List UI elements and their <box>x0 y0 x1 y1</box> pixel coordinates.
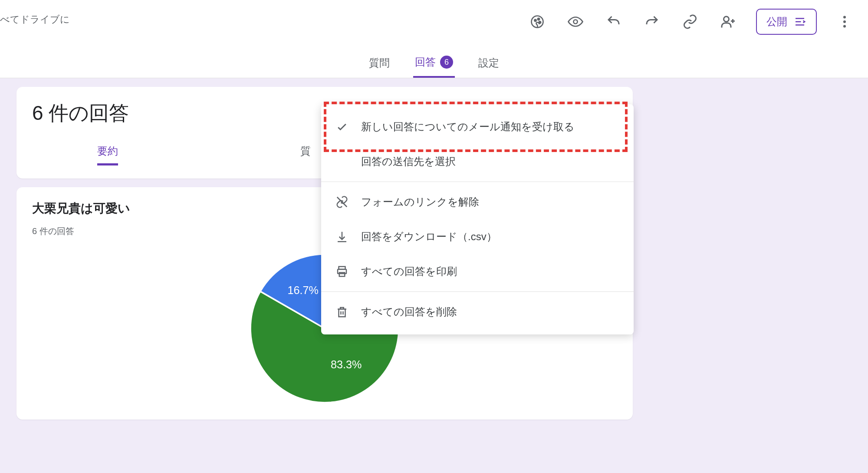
menu-select-destination[interactable]: 回答の送信先を選択 <box>321 144 634 179</box>
publish-label: 公開 <box>766 15 787 29</box>
tab-responses[interactable]: 回答 6 <box>413 48 455 78</box>
blank-icon <box>335 155 349 169</box>
svg-point-7 <box>843 20 846 23</box>
menu-divider <box>321 291 634 292</box>
svg-point-5 <box>724 17 729 22</box>
print-icon <box>335 265 349 278</box>
responses-options-menu: 新しい回答についてのメール通知を受け取る 回答の送信先を選択 フォームのリンクを… <box>321 104 634 334</box>
svg-point-2 <box>538 18 539 20</box>
add-collaborator-icon[interactable] <box>718 11 739 32</box>
response-count-badge: 6 <box>440 56 453 69</box>
menu-download-csv[interactable]: 回答をダウンロード（.csv） <box>321 219 634 254</box>
svg-point-6 <box>843 16 846 19</box>
form-tabs: 質問 回答 6 設定 <box>367 48 501 78</box>
menu-divider <box>321 182 634 182</box>
publish-button[interactable]: 公開 <box>756 9 817 35</box>
subtab-question-partial[interactable]: 質 <box>300 144 311 165</box>
menu-print-all-label: すべての回答を印刷 <box>361 265 457 278</box>
preview-icon[interactable] <box>565 11 586 32</box>
trash-icon <box>335 305 349 319</box>
menu-email-notify-label: 新しい回答についてのメール通知を受け取る <box>361 120 575 134</box>
menu-select-destination-label: 回答の送信先を選択 <box>361 155 456 169</box>
more-vert-icon[interactable] <box>834 11 855 32</box>
link-icon[interactable] <box>680 11 700 32</box>
undo-icon[interactable] <box>603 11 624 32</box>
check-icon <box>335 120 349 134</box>
menu-unlink-form[interactable]: フォームのリンクを解除 <box>321 185 634 219</box>
svg-point-4 <box>574 20 578 24</box>
topbar: べてドライブに 公開 質問 回答 <box>0 0 868 78</box>
redo-icon[interactable] <box>641 11 662 32</box>
pie-slice-label: 16.7% <box>288 284 319 296</box>
unlink-icon <box>335 195 349 209</box>
pie-slice-label: 83.3% <box>331 358 362 370</box>
menu-print-all[interactable]: すべての回答を印刷 <box>321 254 634 289</box>
menu-download-csv-label: 回答をダウンロード（.csv） <box>361 230 497 244</box>
svg-point-8 <box>843 25 846 28</box>
svg-rect-12 <box>339 309 345 317</box>
toolbar: 公開 <box>527 9 855 35</box>
tab-questions[interactable]: 質問 <box>367 48 391 78</box>
menu-email-notify[interactable]: 新しい回答についてのメール通知を受け取る <box>321 109 634 144</box>
svg-point-1 <box>534 20 536 21</box>
tab-settings[interactable]: 設定 <box>477 48 501 78</box>
menu-delete-all-label: すべての回答を削除 <box>361 305 457 319</box>
theme-icon[interactable] <box>527 11 548 32</box>
subtab-summary[interactable]: 要約 <box>97 144 118 165</box>
tab-settings-label: 設定 <box>478 56 499 70</box>
tab-questions-label: 質問 <box>369 56 390 70</box>
drive-status-text: べてドライブに <box>0 13 70 26</box>
tab-responses-label: 回答 <box>415 55 436 69</box>
download-icon <box>335 230 349 244</box>
menu-unlink-form-label: フォームのリンクを解除 <box>361 195 479 209</box>
menu-delete-all[interactable]: すべての回答を削除 <box>321 294 634 329</box>
